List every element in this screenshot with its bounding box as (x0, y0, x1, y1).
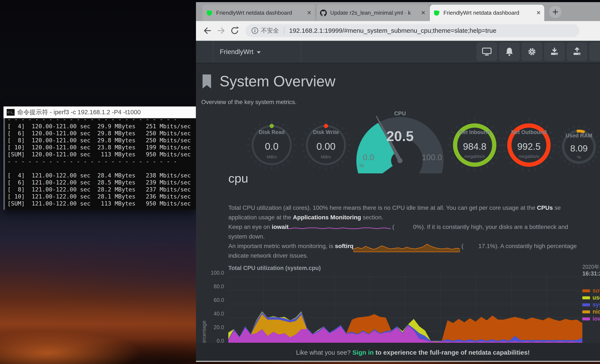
signin-link[interactable]: Sign in (352, 349, 374, 356)
settings-button[interactable] (522, 43, 542, 61)
gauge-net-outbound[interactable]: Net Outbound992.5megabits/s (502, 118, 556, 172)
terminal-line: [ 4] 121.00-122.00 sec 28.4 MBytes 238 M… (8, 172, 196, 179)
legend-label: iowait (592, 316, 600, 322)
svg-text:megabits/s: megabits/s (464, 154, 485, 159)
cpu-description: Total CPU utilization (all cores). 100% … (228, 203, 600, 260)
y-tick-label: 100.0 (201, 270, 224, 276)
gauge-cpu[interactable]: CPU20.50.0100.0% (356, 110, 444, 173)
close-icon[interactable]: ✕ (307, 9, 311, 16)
chart-time-label: 16:31:2 (582, 271, 600, 277)
tab-friendlywrt-1[interactable]: FriendlyWrt netdata dashboard ✕ (203, 5, 315, 21)
netdata-navbar: FriendlyWrt (196, 41, 600, 63)
y-tick-label: 60.0 (201, 297, 224, 303)
svg-text:Used RAM: Used RAM (565, 132, 592, 139)
text-line: system down. (228, 232, 600, 241)
security-chip[interactable]: 不安全 (261, 27, 279, 35)
svg-text:Net Outbound: Net Outbound (511, 129, 547, 135)
cpu-stacked-area-chart[interactable] (228, 272, 582, 343)
new-tab-button[interactable] (549, 6, 562, 18)
chart-datetime: 2020年3 16:31:2 (582, 263, 600, 277)
tab-title: FriendlyWrt netdata dashboard (216, 9, 304, 16)
text-line: Keep an eye on iowait (0%). If it is con… (228, 222, 600, 232)
text-line: Total CPU utilization (all cores). 100% … (228, 203, 600, 213)
legend-label: user (592, 294, 600, 301)
terminal-line: [ 6] 121.00-122.00 sec 28.5 MBytes 239 M… (8, 179, 196, 186)
svg-text:megabits/s: megabits/s (519, 154, 539, 159)
cmd-icon: C:\_ (7, 109, 15, 116)
legend-item-softirq[interactable]: softirq (582, 287, 600, 294)
signin-text: Like what you see? Sign in to experience… (296, 349, 530, 356)
svg-text:%: % (359, 163, 364, 168)
terminal-line: [ 10] 121.00-122.00 sec 28.1 MBytes 236 … (8, 193, 196, 200)
gauge-used-ram[interactable]: Used RAM8.09% (558, 126, 600, 168)
signin-pre: Like what you see? (296, 349, 352, 356)
terminal-window[interactable]: C:\_ 命令提示符 - iperf3 -c 192.168.1.2 -P4 -… (3, 106, 196, 210)
import-button[interactable] (544, 43, 565, 61)
tab-github[interactable]: Update r2s_lean_minimal.yml · k ✕ (317, 5, 429, 21)
legend-swatch (582, 303, 590, 306)
terminal-line: [SUM] 120.00-121.00 sec 113 MBytes 950 M… (8, 151, 196, 158)
iowait-sparkline[interactable] (289, 225, 391, 230)
gauges-row[interactable]: Disk Read0.0MiB/sDisk Write0.00MiB/sCPU2… (234, 107, 600, 173)
netdata-icon (433, 9, 440, 16)
y-tick-label: 20.0 (201, 324, 224, 330)
softirq-sparkline[interactable] (353, 243, 460, 252)
legend-item-iowait[interactable]: iowait (582, 315, 600, 322)
legend-swatch (582, 289, 590, 292)
tab-friendlywrt-2-active[interactable]: FriendlyWrt netdata dashboard ✕ (430, 5, 544, 21)
y-tick-label: 40.0 (201, 311, 224, 317)
omnibox-separator (284, 27, 284, 34)
signin-bar: Like what you see? Sign in to experience… (196, 343, 600, 361)
tab-separator (316, 8, 316, 18)
netdata-page: FriendlyWrt (196, 41, 600, 361)
legend-swatch (582, 317, 590, 320)
github-icon (320, 9, 327, 16)
legend-item-system[interactable]: system (582, 301, 600, 308)
reload-icon (230, 26, 239, 35)
gear-icon (527, 47, 537, 56)
address-bar[interactable]: 不安全 192.168.2.1:19999/#menu_system_subme… (245, 24, 579, 37)
reload-button[interactable] (228, 24, 242, 37)
page-subtitle: Overview of the key system metrics. (201, 99, 297, 105)
chart-title: Total CPU utilization (system.cpu) (228, 265, 321, 271)
close-icon[interactable]: ✕ (536, 9, 541, 16)
tab-title: FriendlyWrt netdata dashboard (443, 9, 533, 16)
legend-item-user[interactable]: user (582, 294, 600, 301)
legend-label: system (592, 301, 600, 308)
browser-window: FriendlyWrt netdata dashboard ✕ Update r… (196, 2, 600, 361)
svg-text:%: % (577, 155, 581, 159)
gauge-disk-read[interactable]: Disk Read0.0MiB/s (247, 121, 296, 170)
status-dot (324, 124, 328, 128)
host-dropdown[interactable]: FriendlyWrt (213, 41, 301, 63)
print-dashboard-button[interactable] (477, 43, 497, 61)
svg-text:CPU: CPU (394, 110, 406, 117)
svg-text:MiB/s: MiB/s (321, 155, 331, 159)
terminal-line: [SUM] 121.00-122.00 sec 113 MBytes 950 M… (8, 200, 196, 207)
gauge-net-inbound[interactable]: Net Inbound984.8megabits/s (448, 118, 501, 172)
svg-text:0.0: 0.0 (363, 153, 374, 162)
close-icon[interactable]: ✕ (421, 9, 426, 16)
terminal-titlebar[interactable]: C:\_ 命令提示符 - iperf3 -c 192.168.1.2 -P4 -… (3, 106, 196, 118)
forward-button[interactable] (214, 24, 228, 37)
terminal-line: [ 4] 120.00-121.00 sec 29.9 MBytes 251 M… (8, 123, 196, 130)
terminal-line: [ 10] 120.00-121.00 sec 23.8 MBytes 199 … (8, 144, 196, 151)
svg-text:Disk Write: Disk Write (313, 129, 339, 135)
tab-strip: FriendlyWrt netdata dashboard ✕ Update r… (196, 2, 600, 21)
alarms-button[interactable] (499, 43, 520, 61)
legend-label: nice (592, 308, 600, 315)
terminal-output[interactable]: - - - - - - - - - - - - - - - - - - - - … (3, 118, 196, 210)
url-text: 192.168.2.1:19999/#menu_system_submenu_c… (289, 27, 496, 34)
terminal-line (8, 165, 196, 172)
back-icon (203, 26, 212, 35)
gauge-disk-write[interactable]: Disk Write0.00MiB/s (301, 121, 351, 170)
legend-item-nice[interactable]: nice (582, 308, 600, 315)
info-icon[interactable] (251, 27, 259, 34)
host-name: FriendlyWrt (220, 48, 253, 56)
browser-toolbar: 不安全 192.168.2.1:19999/#menu_system_subme… (196, 21, 600, 41)
back-button[interactable] (201, 24, 214, 37)
signin-post: to experience the full-range of netdata … (374, 349, 530, 356)
export-button[interactable] (567, 43, 587, 61)
chevron-down-icon (257, 51, 261, 54)
y-tick-label: 80.0 (201, 283, 224, 289)
header-button-partial[interactable] (589, 43, 600, 61)
